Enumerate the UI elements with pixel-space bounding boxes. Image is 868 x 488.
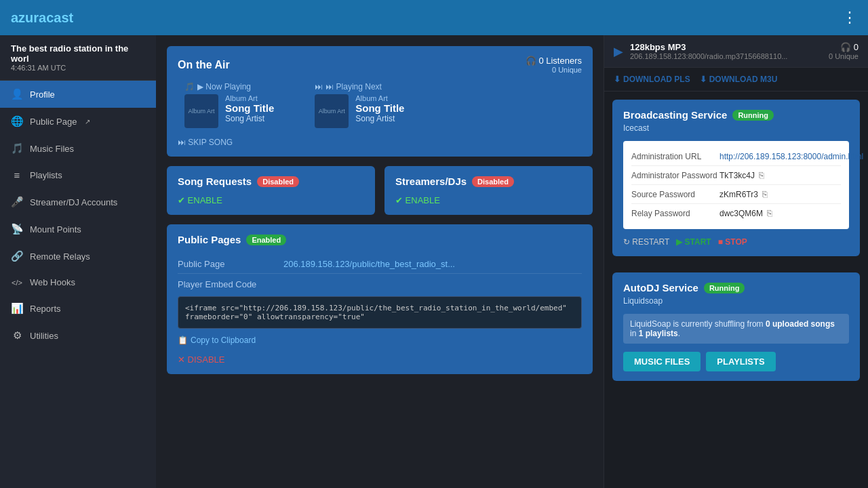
relay-password-row: Relay Password dwc3QM6M ⎘ (631, 204, 841, 222)
sidebar-item-remote-relays[interactable]: 🔗 Remote Relays (0, 243, 156, 270)
streamers-enable-button[interactable]: ✔ ENABLE (395, 195, 582, 205)
play-icon[interactable]: ▶ (614, 44, 623, 59)
reports-icon: 📊 (11, 302, 23, 314)
song-requests-card: Song Requests Disabled ✔ ENABLE (167, 166, 375, 215)
song-requests-header: Song Requests Disabled (178, 176, 364, 187)
station-time: 4:46:31 AM UTC (11, 64, 145, 72)
broadcasting-service-card: Broadcasting Service Running Icecast Adm… (612, 100, 860, 256)
start-button[interactable]: ▶ START (676, 237, 711, 247)
admin-password-label: Administrator Password (631, 171, 719, 180)
restart-button[interactable]: ↻ RESTART (623, 237, 669, 247)
on-air-card: On the Air 🎧 0 Listeners 0 Unique 🎵 ▶ No… (167, 46, 593, 157)
sidebar-item-utilities[interactable]: ⚙ Utilities (0, 322, 156, 349)
copy-to-clipboard-button[interactable]: 📋 Copy to Clipboard (178, 336, 582, 345)
copy-relay-password-icon[interactable]: ⎘ (767, 208, 772, 218)
more-options-icon[interactable]: ⋮ (842, 9, 857, 26)
mount-points-icon: 📡 (11, 223, 23, 235)
player-bar: ▶ 128kbps MP3 206.189.158.123:8000/radio… (604, 35, 868, 68)
topbar: azuracast ⋮ (0, 0, 868, 35)
broadcasting-actions: ↻ RESTART ▶ START ■ STOP (623, 237, 849, 247)
main-content: On the Air 🎧 0 Listeners 0 Unique 🎵 ▶ No… (156, 35, 604, 488)
broadcasting-header: Broadcasting Service Running (623, 109, 849, 121)
playlists-button[interactable]: PLAYLISTS (706, 352, 775, 371)
autodj-header: AutoDJ Service Running (623, 282, 849, 293)
song-requests-title: Song Requests (178, 176, 252, 187)
sidebar-item-label: Remote Relays (30, 251, 90, 262)
admin-password-value: TkT3kc4J ⎘ (719, 170, 764, 180)
on-air-title: On the Air (178, 59, 230, 71)
sidebar-item-label: Streamer/DJ Accounts (30, 197, 117, 207)
main-layout: The best radio station in the worl 4:46:… (0, 35, 868, 488)
public-page-url[interactable]: 206.189.158.123/public/the_best_radio_st… (283, 259, 455, 269)
broadcasting-details: Administration URL http://206.189.158.12… (623, 141, 849, 229)
sidebar-item-label: Utilities (30, 331, 58, 341)
download-pls-link[interactable]: ⬇ DOWNLOAD PLS (614, 75, 690, 84)
next-icon: ⏭ (315, 82, 323, 92)
skip-song-button[interactable]: ⏭ SKIP SONG (178, 138, 582, 147)
playlists-icon: ≡ (11, 169, 23, 181)
download-m3u-link[interactable]: ⬇ DOWNLOAD M3U (700, 75, 778, 84)
admin-url-row: Administration URL http://206.189.158.12… (631, 148, 841, 166)
download-m3u-icon: ⬇ (700, 75, 707, 84)
song-requests-enable-button[interactable]: ✔ ENABLE (178, 195, 364, 205)
album-art-link-next[interactable]: Album Art (355, 94, 404, 102)
remote-relays-icon: 🔗 (11, 250, 23, 262)
autodj-status: Running (704, 283, 745, 293)
stop-button[interactable]: ■ STOP (718, 237, 747, 247)
broadcasting-title: Broadcasting Service (623, 109, 727, 121)
copy-admin-password-icon[interactable]: ⎘ (759, 170, 764, 180)
autodj-title: AutoDJ Service (623, 282, 698, 293)
streamers-djs-card: Streamers/DJs Disabled ✔ ENABLE (384, 166, 593, 215)
station-info: The best radio station in the worl 4:46:… (0, 35, 156, 81)
download-links: ⬇ DOWNLOAD PLS ⬇ DOWNLOAD M3U (604, 68, 868, 92)
playing-next-label: ⏭ ⏭ Playing Next (315, 82, 404, 92)
sidebar-item-playlists[interactable]: ≡ Playlists (0, 162, 156, 188)
sidebar-item-mount-points[interactable]: 📡 Mount Points (0, 216, 156, 243)
embed-code-section: Player Embed Code <iframe src="http://20… (178, 279, 582, 345)
admin-url-value[interactable]: http://206.189.158.123:8000/admin.html (719, 152, 863, 161)
embed-code-text: <iframe src="http://206.189.158.123/publ… (185, 304, 567, 321)
source-password-label: Source Password (631, 190, 719, 199)
sidebar-item-label: Music Files (30, 144, 74, 154)
sidebar: The best radio station in the worl 4:46:… (0, 35, 156, 488)
embed-code-textarea: <iframe src="http://206.189.158.123/publ… (178, 296, 582, 329)
music-files-button[interactable]: MUSIC FILES (623, 352, 701, 371)
download-m3u-label: DOWNLOAD M3U (709, 75, 778, 84)
headphones-icon: 🎧 (840, 42, 851, 52)
on-air-tracks: 🎵 ▶ Now Playing Album Art Album Art Song… (178, 82, 582, 128)
sidebar-item-public-page[interactable]: 🌐 Public Page ↗ (0, 108, 156, 135)
disable-button[interactable]: ✕ DISABLE (178, 354, 582, 365)
album-art-next: Album Art (315, 94, 349, 128)
autodj-info-text: LiquidSoap is currently shuffling from 0… (630, 319, 835, 338)
player-bar-left: ▶ 128kbps MP3 206.189.158.123:8000/radio… (614, 42, 787, 60)
relay-password-label: Relay Password (631, 209, 719, 218)
now-playing-section: 🎵 ▶ Now Playing Album Art Album Art Song… (184, 82, 274, 128)
public-page-label: Public Page (178, 259, 273, 269)
autodj-buttons: MUSIC FILES PLAYLISTS (623, 352, 849, 371)
sidebar-item-streamer-dj[interactable]: 🎤 Streamer/DJ Accounts (0, 188, 156, 216)
feature-row: Song Requests Disabled ✔ ENABLE Streamer… (167, 166, 593, 215)
embed-code-label: Player Embed Code (178, 279, 273, 289)
autodj-service-card: AutoDJ Service Running Liquidsoap Liquid… (612, 272, 860, 381)
now-song-title: Song Title (225, 102, 274, 114)
listeners-count: 0 (854, 42, 859, 52)
sidebar-item-music-files[interactable]: 🎵 Music Files (0, 135, 156, 162)
sidebar-item-reports[interactable]: 📊 Reports (0, 295, 156, 322)
next-track-info: Album Art Song Title Song Artist (355, 94, 404, 123)
source-password-row: Source Password zKmR6Tr3 ⎘ (631, 185, 841, 204)
copy-source-password-icon[interactable]: ⎘ (762, 189, 768, 199)
sidebar-item-web-hooks[interactable]: </> Web Hooks (0, 270, 156, 295)
copy-icon: 📋 (178, 336, 188, 345)
broadcasting-status: Running (732, 110, 774, 121)
profile-icon: 👤 (11, 88, 23, 100)
admin-password-row: Administrator Password TkT3kc4J ⎘ (631, 166, 841, 185)
download-pls-icon: ⬇ (614, 75, 620, 84)
player-listeners: 🎧 0 0 Unique (829, 42, 859, 60)
admin-url-label: Administration URL (631, 152, 719, 161)
album-art-link-now[interactable]: Album Art (225, 94, 274, 102)
now-song-artist: Song Artist (225, 114, 274, 123)
sidebar-item-label: Playlists (30, 170, 62, 180)
right-panel: ▶ 128kbps MP3 206.189.158.123:8000/radio… (604, 35, 868, 488)
sidebar-item-profile[interactable]: 👤 Profile (0, 81, 156, 108)
broadcasting-subtitle: Icecast (623, 123, 849, 133)
